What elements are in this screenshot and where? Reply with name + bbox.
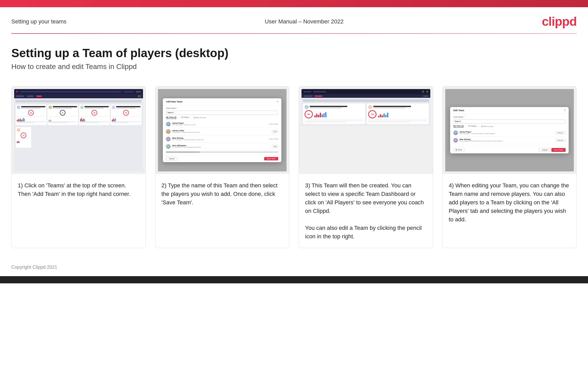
filter-by-name[interactable]: Filter by name — [194, 117, 206, 118]
edit-player-avatar-1: AP — [453, 130, 458, 135]
team-topbar-icon — [422, 91, 424, 93]
tpc-score-1: 94 — [305, 110, 313, 118]
nav-tab-active — [315, 95, 322, 97]
player-card-5: 72 — [16, 127, 31, 148]
edit-player-list: AP Adrian Player Plus Handicap · The Shi… — [453, 129, 566, 144]
footer: Copyright Clippd 2021 — [0, 258, 588, 276]
cancel-button[interactable]: Cancel — [166, 157, 177, 161]
nav-item-teams — [27, 95, 33, 97]
nav-tab1 — [304, 95, 313, 97]
edit-player-info-2: Blair McHarg Plus Handicap · Royal North… — [459, 138, 555, 142]
modal-footer: Cancel Save Team — [163, 155, 281, 162]
player-name-4: Dave Billingham — [172, 145, 272, 146]
add-team-modal: Add New Team × Team Name * My Team (2) |… — [163, 98, 281, 162]
tpc-score-2: 72 — [368, 110, 376, 118]
player-club-3: Plus Handicap · Royal North Devon Golf C… — [172, 139, 269, 141]
tab-all-players[interactable]: All Players — [181, 116, 189, 119]
add-team-modal-bg: Add New Team × Team Name * My Team (2) |… — [158, 89, 287, 171]
add-player-2-button[interactable]: Add — [272, 130, 278, 133]
team-player-1: 94 — [303, 103, 365, 124]
edit-save-team-button[interactable]: Save Team — [551, 148, 566, 152]
team-dash-nav — [301, 94, 430, 98]
stat-row1 — [305, 120, 364, 121]
player-avatar-3: BM — [166, 137, 171, 141]
main-content: Setting up a Team of players (desktop) H… — [0, 34, 588, 258]
trash-icon: 🗑 — [456, 149, 457, 151]
tab-my-team[interactable]: My Team (2) — [166, 116, 176, 119]
nav-right — [423, 95, 428, 97]
players-row: 84 — [16, 104, 141, 125]
stat-row2 — [305, 122, 346, 123]
player-avatar-2: AC — [166, 129, 171, 134]
cards-row: 84 — [11, 86, 577, 248]
save-team-button[interactable]: Save Team — [264, 157, 278, 160]
modal-tabs: My Team (2) | All Players | Filter by na… — [166, 116, 278, 119]
card-1-text: 1) Click on 'Teams' at the top of the sc… — [12, 174, 146, 248]
edit-player-club-1: Plus Handicap · The Shire London, United… — [459, 133, 555, 134]
topbar-logo — [20, 91, 121, 92]
card-1-screenshot: 84 — [12, 86, 146, 174]
player-item-4: DB Dave Billingham 5.8 Handicap · The Do… — [166, 143, 278, 150]
modal-close-icon[interactable]: × — [277, 100, 278, 103]
player-item-3: BM Blair McHarg Plus Handicap · Royal No… — [166, 135, 278, 143]
edit-tab-my-team[interactable]: My Team (2) — [453, 125, 464, 128]
player-list: AP Adrian Player Plus Handicap · The Shi… — [166, 120, 278, 150]
player-name-2: Adrian Coliba — [172, 130, 272, 132]
player-avatar-4: DB — [166, 144, 171, 149]
stat-line — [17, 121, 45, 122]
scroll-indicator — [166, 151, 200, 153]
tpc-avatar-2 — [368, 105, 372, 109]
add-player-4-button[interactable]: Add — [272, 145, 278, 148]
delete-team-button[interactable]: 🗑 Delete — [453, 148, 464, 151]
tpc-avatar-1 — [305, 105, 309, 109]
player-item-1: AP Adrian Player Plus Handicap · The Shi… — [166, 120, 278, 128]
edit-team-modal-bg: Edit Team × Team Name * My Team (2) | Al… — [445, 89, 574, 171]
card-3-screenshot: 94 — [299, 86, 433, 174]
remove-player-2-button[interactable]: Remove — [555, 139, 566, 142]
topbar-controls — [136, 91, 141, 92]
card-4-text: 4) When editing your Team, you can chang… — [443, 174, 577, 248]
edit-tab-all-players[interactable]: All Players — [468, 125, 477, 127]
player-info-3: Blair McHarg Plus Handicap · Royal North… — [172, 137, 269, 141]
player-card-3: 94 — [79, 104, 110, 125]
team-dash-body: 94 — [301, 98, 430, 126]
divider — [305, 119, 364, 120]
edit-team-name-input[interactable] — [453, 119, 566, 124]
team-filter — [303, 99, 429, 102]
player-card-1: 84 — [16, 104, 46, 125]
header: Setting up your teams User Manual – Nove… — [0, 7, 588, 33]
stat-row2 — [368, 122, 409, 123]
card-3-text-part2: You can also edit a Team by clicking the… — [305, 225, 422, 240]
score-5: 72 — [21, 133, 26, 138]
card-3: 94 — [299, 86, 433, 248]
edit-player-item-1: AP Adrian Player Plus Handicap · The Shi… — [453, 129, 566, 137]
logo: clippd — [542, 14, 577, 29]
edit-player-name-2: Blair McHarg — [459, 138, 555, 140]
team-name-input[interactable] — [166, 111, 278, 115]
card-4-screenshot: Edit Team × Team Name * My Team (2) | Al… — [443, 86, 577, 174]
card-2-screenshot: Add New Team × Team Name * My Team (2) |… — [155, 86, 289, 174]
player-club-1: Plus Handicap · The Shire London — [172, 124, 269, 126]
team-dashboard-screenshot: 94 — [301, 89, 430, 171]
player-club-2: 1 Handicap · Central London Golf Centre — [172, 132, 272, 133]
edit-modal-close-icon[interactable]: × — [564, 109, 566, 112]
card-2: Add New Team × Team Name * My Team (2) |… — [155, 86, 290, 248]
edit-field-label: Team Name * — [453, 116, 566, 118]
card-3-text: 3) This Team will then be created. You c… — [299, 174, 433, 248]
player-item-2: AC Adrian Coliba 1 Handicap · Central Lo… — [166, 128, 278, 135]
edit-player-name-1: Adrian Player — [459, 131, 555, 133]
modal-body: Team Name * My Team (2) | All Players | … — [163, 105, 281, 155]
card-2-text: 2) Type the name of this Team and then s… — [155, 174, 289, 248]
team-dash-topbar — [301, 89, 430, 94]
team-player-cards: 94 — [303, 103, 429, 124]
edit-filter-by-name[interactable]: Filter by name — [481, 126, 493, 127]
topbar-dot — [16, 91, 18, 92]
remove-player-1-button[interactable]: Remove — [555, 131, 566, 134]
edit-cancel-button[interactable]: Cancel — [539, 148, 550, 152]
player-status-1: Player Added — [269, 123, 278, 125]
player-name-1: Adrian Player — [172, 122, 269, 124]
team-topbar-icon2 — [426, 91, 428, 93]
top-bar — [0, 0, 588, 7]
page-title: Setting up a Team of players (desktop) — [11, 46, 577, 60]
player-info-2: Adrian Coliba 1 Handicap · Central Londo… — [172, 130, 272, 133]
